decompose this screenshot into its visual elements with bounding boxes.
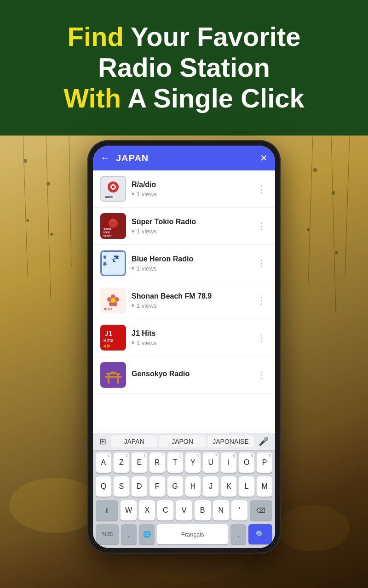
key-z[interactable]: 2Z [114,452,129,473]
svg-text:SUPER: SUPER [104,228,112,231]
svg-point-7 [46,182,50,186]
key-j[interactable]: J [203,476,218,497]
svg-point-9 [332,191,335,195]
svg-line-1 [46,136,51,299]
svg-text:radio: radio [105,195,113,198]
dot-icon [132,192,134,195]
header-find: Find [67,22,123,51]
svg-point-15 [276,505,350,551]
station-logo-shonan: FM 78.9 [100,288,126,313]
numbers-key[interactable]: ?123 [96,524,119,544]
svg-line-4 [331,136,336,312]
svg-line-5 [345,136,350,276]
country-title: JAPAN [116,153,254,164]
station-info: J1 Hits 1 views [132,329,249,346]
key-k[interactable]: K [221,476,236,497]
station-info: R/a/dio 1 views [132,181,249,198]
station-info: Blue Heron Radio 1 views [132,255,249,272]
key-t[interactable]: 5T [167,452,183,473]
station-info: Shonan Beach FM 78.9 1 views [132,292,249,309]
svg-text:PODCAST: PODCAST [103,235,112,237]
svg-text:群: 群 [103,262,107,266]
station-logo-gensokyo [100,362,126,388]
space-key[interactable]: Français [157,524,228,544]
grid-icon: ⊞ [97,435,109,447]
station-item[interactable]: 青 鷺 群 Blue Heron Radio 1 views [93,245,275,282]
station-logo-radio: radio [100,176,126,202]
phone-mockup: ← JAPAN ✕ radio [87,140,281,554]
key-o[interactable]: 9O [239,452,254,473]
suggestion-japon[interactable]: JAPON [159,435,206,447]
station-logo-super-tokio: SUPER TOKIO PODCAST [100,213,126,239]
header-banner: Find Your Favorite Radio Station With A … [0,0,368,136]
key-w[interactable]: W [121,500,137,520]
station-item[interactable]: radio R/a/dio 1 views ⋮ [93,170,275,208]
key-a[interactable]: 1A [96,452,111,473]
key-l[interactable]: L [239,476,254,497]
backspace-key[interactable]: ⌫ [250,500,272,520]
station-name: Gensokyo Radio [132,370,249,378]
svg-text:令和: 令和 [104,344,110,348]
station-menu-button[interactable]: ⋮ [255,330,268,345]
keyboard-row-4: ?123 , 🌐 Français . 🔍 [93,522,275,548]
phone-outer: ← JAPAN ✕ radio [87,140,281,554]
dot-icon [132,304,134,307]
key-g[interactable]: G [167,476,183,497]
keyboard-row-3: ⇧ W X C V B N ' ⌫ [93,498,275,522]
station-menu-button[interactable]: ⋮ [255,181,268,196]
station-item[interactable]: J1 HITS 令和 J1 Hits 1 views ⋮ [93,319,275,356]
station-menu-button[interactable]: ⋮ [255,293,268,308]
station-views: 1 views [132,191,249,198]
shift-key[interactable]: ⇧ [96,500,118,520]
svg-text:HITS: HITS [104,338,113,343]
svg-text:FM 78.9: FM 78.9 [104,308,113,311]
key-x[interactable]: X [139,500,155,520]
key-n[interactable]: N [213,500,229,520]
svg-line-0 [23,136,28,276]
station-item[interactable]: FM 78.9 Shonan Beach FM 78.9 1 views ⋮ [93,282,275,319]
header-single-click: A Single Click [121,83,305,113]
station-logo-j1: J1 HITS 令和 [100,325,126,351]
station-menu-button[interactable]: ⋮ [255,219,268,233]
key-u[interactable]: 7U [203,452,218,473]
search-key[interactable]: 🔍 [248,524,272,544]
key-v[interactable]: V [176,500,192,520]
app-header: ← JAPAN ✕ [93,146,275,170]
key-r[interactable]: 4R [150,452,165,473]
dot-icon [132,341,134,344]
close-button[interactable]: ✕ [260,153,268,164]
key-p[interactable]: 0P [257,452,272,473]
key-s[interactable]: S [114,476,129,497]
station-menu-button[interactable]: ⋮ [255,368,268,382]
header-with: With [63,83,121,113]
globe-key[interactable]: 🌐 [139,524,155,544]
key-h[interactable]: H [185,476,201,497]
keyboard-suggestions: ⊞ JAPAN JAPON JAPONAISE 🎤 [93,433,275,451]
key-d[interactable]: D [132,476,147,497]
key-m[interactable]: M [257,476,272,497]
station-item[interactable]: SUPER TOKIO PODCAST Súper Tokio Radio 1 … [93,208,275,245]
station-list: radio R/a/dio 1 views ⋮ [93,170,275,433]
key-c[interactable]: C [157,500,173,520]
key-e[interactable]: 3E [132,452,147,473]
station-menu-button[interactable]: ⋮ [255,256,268,271]
station-item[interactable]: Gensokyo Radio ⋮ [93,356,275,394]
key-y[interactable]: 6Y [185,452,201,473]
period-key[interactable]: . [230,524,246,544]
station-name: R/a/dio [132,181,249,189]
svg-point-10 [26,219,29,222]
key-q[interactable]: Q [96,476,111,497]
suggestion-japan[interactable]: JAPAN [111,435,157,447]
key-i[interactable]: 8I [221,452,236,473]
svg-point-20 [112,186,115,188]
station-name: Shonan Beach FM 78.9 [132,292,249,300]
back-button[interactable]: ← [100,152,110,164]
key-apostrophe[interactable]: ' [231,500,247,520]
suggestion-japonaise[interactable]: JAPONAISE [207,435,254,447]
keyboard: ⊞ JAPAN JAPON JAPONAISE 🎤 1A 2Z 3E 4R 5T… [93,433,275,548]
key-f[interactable]: F [150,476,165,497]
key-b[interactable]: B [195,500,211,520]
mic-icon[interactable]: 🎤 [256,435,271,447]
comma-key[interactable]: , [121,524,137,544]
station-views: 1 views [132,265,249,272]
